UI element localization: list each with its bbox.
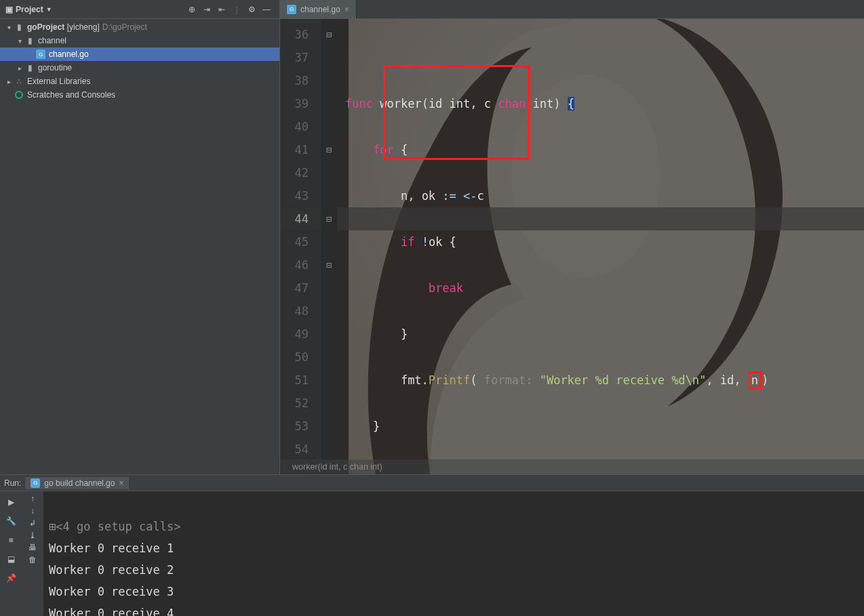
gear-icon[interactable]: ⚙ — [244, 2, 259, 17]
scratches-icon — [14, 89, 24, 100]
run-tab[interactable]: G go build channel.go × — [25, 477, 129, 489]
folder-icon: ▮ — [24, 62, 35, 73]
run-panel: Run: G go build channel.go × ▶ 🔧 ■ ⬓ 📌 ↑… — [0, 474, 864, 616]
tree-external-libraries[interactable]: ▸ ⛬ External Libraries — [0, 75, 279, 88]
console-line: Worker 0 receive 4 — [49, 607, 174, 616]
go-file-icon: G — [287, 5, 296, 14]
project-sidebar-header: ▣ Project ▼ ⊕ ⇥ ⇤ | ⚙ — — [0, 0, 279, 19]
console-line: Worker 0 receive 2 — [49, 563, 174, 577]
fold-column: ⊟⊟⊟⊟ — [321, 19, 337, 459]
close-tab-icon[interactable]: × — [345, 5, 349, 14]
tree-scratch-label: Scratches and Consoles — [27, 90, 115, 100]
tree-scratches[interactable]: Scratches and Consoles — [0, 88, 279, 102]
tree-root-label: goProject — [27, 22, 64, 32]
stop-button[interactable]: ■ — [3, 532, 19, 548]
up-icon[interactable]: ↑ — [31, 494, 35, 504]
library-icon: ⛬ — [14, 76, 24, 87]
project-sidebar: ▣ Project ▼ ⊕ ⇥ ⇤ | ⚙ — ▾ ▮ goProject [y… — [0, 0, 280, 474]
caret-down-icon[interactable]: ▾ — [15, 37, 24, 45]
trash-icon[interactable]: 🗑 — [28, 555, 37, 564]
editor-tabs: G channel.go × — [280, 0, 864, 19]
caret-down-icon[interactable]: ▾ — [4, 24, 14, 31]
scroll-to-end-icon[interactable]: ⤓ — [29, 531, 36, 540]
pin-icon[interactable]: 📌 — [3, 570, 19, 586]
folder-icon: ▮ — [24, 35, 35, 46]
go-file-icon: G — [31, 478, 40, 488]
project-panel-icon: ▣ — [5, 5, 13, 14]
caret-right-icon[interactable]: ▸ — [15, 64, 24, 72]
console-line: Worker 0 receive 1 — [49, 541, 174, 555]
tree-folder-label: channel — [38, 36, 66, 45]
wrench-icon[interactable]: 🔧 — [3, 513, 19, 529]
go-file-icon: G — [35, 49, 46, 60]
tree-file-channel-go[interactable]: G channel.go — [0, 47, 279, 61]
tree-file-label: channel.go — [49, 49, 89, 59]
line-gutter: 36373839404142434445464748495051525354 — [280, 19, 321, 459]
run-label: Run: — [4, 478, 21, 488]
breadcrumb[interactable]: worker(id int, c chan int) — [280, 459, 864, 474]
run-toolbar-left: ▶ 🔧 ■ ⬓ 📌 — [0, 491, 22, 616]
tree-folder-channel[interactable]: ▾ ▮ channel — [0, 34, 279, 47]
rerun-button[interactable]: ▶ — [3, 494, 19, 510]
collapse-all-icon[interactable]: ⇤ — [214, 2, 229, 17]
locate-icon[interactable]: ⊕ — [184, 2, 199, 17]
console-fold[interactable]: <4 go setup calls> — [56, 520, 180, 533]
hide-panel-icon[interactable]: — — [259, 2, 274, 17]
divider: | — [229, 2, 244, 17]
caret-right-icon[interactable]: ▸ — [4, 78, 14, 85]
code-editor[interactable]: 36373839404142434445464748495051525354 ⊟… — [280, 19, 864, 459]
console-line: Worker 0 receive 3 — [49, 585, 174, 598]
editor-area: G channel.go × 3637383940414243444546474… — [280, 0, 864, 474]
layout-icon[interactable]: ⬓ — [3, 551, 19, 567]
tab-channel-go[interactable]: G channel.go × — [280, 0, 357, 18]
close-tab-icon[interactable]: × — [119, 478, 123, 488]
run-tab-label: go build channel.go — [44, 478, 115, 488]
tab-label: channel.go — [300, 5, 340, 14]
run-toolbar-right: ↑ ↓ ↲ ⤓ 🖶 🗑 — [22, 491, 43, 616]
project-tree: ▾ ▮ goProject [yicheng] D:\goProject ▾ ▮… — [0, 19, 279, 103]
expand-all-icon[interactable]: ⇥ — [199, 2, 214, 17]
console-output[interactable]: ⊞<4 go setup calls> Worker 0 receive 1 W… — [43, 491, 864, 616]
project-title-label: Project — [16, 5, 43, 14]
chevron-down-icon: ▼ — [46, 6, 52, 13]
code-content[interactable]: func worker(id int, c chan int) { for { … — [337, 19, 864, 459]
down-icon[interactable]: ↓ — [31, 506, 35, 516]
folder-icon: ▮ — [14, 22, 24, 33]
print-icon[interactable]: 🖶 — [28, 543, 37, 552]
run-header: Run: G go build channel.go × — [0, 475, 864, 491]
tree-folder-label: goroutine — [38, 63, 72, 73]
soft-wrap-icon[interactable]: ↲ — [29, 518, 36, 528]
tree-ext-lib-label: External Libraries — [27, 77, 90, 86]
tree-root-path: D:\goProject — [102, 22, 147, 32]
tree-root-suffix: [yicheng] — [67, 22, 100, 32]
tree-root[interactable]: ▾ ▮ goProject [yicheng] D:\goProject — [0, 20, 279, 34]
tree-folder-goroutine[interactable]: ▸ ▮ goroutine — [0, 61, 279, 75]
project-title[interactable]: ▣ Project ▼ — [5, 5, 52, 14]
